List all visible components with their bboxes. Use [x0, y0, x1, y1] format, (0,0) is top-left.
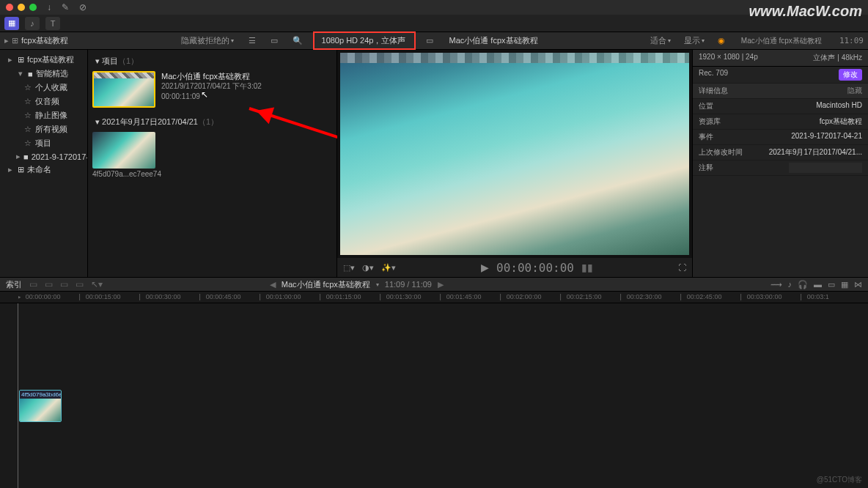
viewer-panel: ⬚▾ ◑▾ ✨▾ ▶ 00:00:00:00 ▮▮ ⛶: [337, 50, 692, 277]
zoom-fit-menu[interactable]: 适合 ▾: [646, 34, 675, 48]
window-titlebar: ↓ ✎ ⊘: [0, 0, 868, 15]
sidebar-item-smart[interactable]: ▾■ 智能精选: [0, 67, 87, 81]
keyword-icon[interactable]: ✎: [62, 2, 69, 12]
effects-browser-icon[interactable]: ▦: [841, 280, 848, 289]
color-tool-icon[interactable]: ◑▾: [362, 263, 374, 273]
close-window-button[interactable]: [6, 4, 13, 11]
append-clip-icon[interactable]: ▭: [60, 279, 68, 289]
timeline-position: 11:09 / 11:09: [385, 280, 432, 289]
media-thumbnail[interactable]: [92, 132, 155, 169]
sidebar-item-event[interactable]: ▸■ 2021-9-172017-04-...: [0, 150, 87, 163]
fullscreen-icon[interactable]: ⛶: [678, 263, 686, 272]
sidebar-item-library[interactable]: ▸⊞ fcpx基础教程: [0, 53, 87, 67]
viewer-canvas[interactable]: [340, 53, 689, 255]
cursor-icon: ↖: [201, 89, 208, 100]
project-duration: 11:09: [839, 36, 864, 45]
connect-clip-icon[interactable]: ▭: [29, 279, 37, 289]
insert-clip-icon[interactable]: ▭: [45, 279, 53, 289]
hide-rejected-menu[interactable]: 隐藏被拒绝的 ▾: [177, 34, 238, 48]
view-menu[interactable]: 显示 ▾: [680, 34, 709, 48]
skimming-icon[interactable]: ⟿: [770, 280, 782, 289]
project-clip[interactable]: Mac小伯通 fcpx基础教程 2021/9/172017/04/21 下午3:…: [92, 71, 332, 108]
browser-toolbar: ▸ ⊞ fcpx基础教程 隐藏被拒绝的 ▾ ☰ ▭ 🔍 1080p HD 24p…: [0, 32, 868, 50]
media-clip-name: 4f5d079a...ec7eee74: [92, 170, 155, 178]
minimize-window-button[interactable]: [18, 4, 25, 11]
watermark-footer: @51CTO博客: [817, 475, 862, 485]
inspector-details-header[interactable]: 详细信息 隐藏: [693, 84, 868, 99]
timeline-prev-icon[interactable]: ◀: [270, 280, 276, 289]
transform-tool-icon[interactable]: ⬚▾: [343, 263, 355, 273]
timeline-area[interactable]: 4f5d079a3bd6e1...: [0, 303, 868, 488]
import-icon[interactable]: ↓: [47, 2, 51, 12]
sidebar-item-all-video[interactable]: ☆ 所有视频: [0, 122, 87, 136]
maximize-window-button[interactable]: [29, 4, 37, 11]
browser-group-projects[interactable]: ▾ 项目（1）: [92, 54, 332, 68]
audio-skim-icon[interactable]: ♪: [788, 280, 792, 289]
library-sidebar: ▸⊞ fcpx基础教程 ▾■ 智能精选 ☆ 个人收藏 ☆ 仅音频 ☆ 静止图像 …: [0, 50, 88, 277]
search-icon[interactable]: 🔍: [288, 34, 307, 47]
timeline-next-icon[interactable]: ▶: [438, 280, 444, 289]
inspector-row-location: 位置Macintosh HD: [693, 99, 868, 114]
sidebar-item-favorites[interactable]: ☆ 个人收藏: [0, 81, 87, 95]
viewer-timecode: 00:00:00:00: [496, 261, 574, 275]
workspace-tabs: ▦ ♪ T: [0, 15, 868, 32]
sidebar-item-audio-only[interactable]: ☆ 仅音频: [0, 95, 87, 108]
timeline-view-icon[interactable]: ▭: [828, 280, 835, 289]
inspector-row-event: 事件2021-9-172017-04-21: [693, 130, 868, 145]
format-info-highlight: 1080p HD 24p，立体声: [313, 32, 416, 50]
timeline-toolbar: 索引 ▭ ▭ ▭ ▭ ↖▾ ◀ Mac小伯通 fcpx基础教程 ▾ 11:09 …: [0, 277, 868, 292]
watermark-text: www.MacW.com: [749, 3, 862, 20]
photos-tab[interactable]: ♪: [25, 17, 40, 30]
overwrite-clip-icon[interactable]: ▭: [76, 279, 84, 289]
sidebar-item-stills[interactable]: ☆ 静止图像: [0, 108, 87, 122]
notes-input[interactable]: [789, 163, 862, 173]
titles-tab[interactable]: T: [45, 17, 60, 30]
library-breadcrumb: ▸ ⊞ fcpx基础教程: [4, 35, 68, 46]
timeline-clip[interactable]: 4f5d079a3bd6e1...: [19, 390, 62, 422]
inspector-panel: 1920 × 1080 | 24p 立体声 | 48kHz Rec. 709 修…: [692, 50, 868, 277]
snap-icon[interactable]: ▬: [814, 280, 822, 289]
inspector-row-library: 资源库fcpx基础教程: [693, 114, 868, 130]
solo-icon[interactable]: 🎧: [798, 280, 808, 289]
inspector-toggle-icon[interactable]: ◉: [713, 34, 729, 47]
playhead[interactable]: [18, 303, 18, 488]
timeline-ruler[interactable]: ▸ 00:00:00:00 | 00:00:15:00 | 00:00:30:0…: [0, 292, 868, 303]
render-icon[interactable]: ⊘: [79, 2, 87, 12]
project-metadata: Mac小伯通 fcpx基础教程 2021/9/172017/04/21 下午3:…: [161, 71, 262, 102]
play-button[interactable]: ▶: [481, 262, 489, 273]
library-tab[interactable]: ▦: [4, 17, 19, 30]
modify-button[interactable]: 修改: [839, 69, 862, 81]
index-button[interactable]: 索引: [6, 279, 22, 290]
timeline-project-name: Mac小伯通 fcpx基础教程: [282, 279, 370, 290]
clip-browser: ▾ 项目（1） Mac小伯通 fcpx基础教程 2021/9/172017/04…: [88, 50, 337, 277]
timeline-clip-label: 4f5d079a3bd6e1...: [20, 391, 61, 399]
inspector-row-notes: 注释: [693, 160, 868, 176]
inspector-format-header: 1920 × 1080 | 24p 立体声 | 48kHz: [693, 50, 868, 67]
loop-button[interactable]: ▮▮: [581, 262, 593, 273]
transitions-browser-icon[interactable]: ⋈: [854, 280, 862, 289]
sidebar-item-untitled[interactable]: ▸⊞ 未命名: [0, 163, 87, 177]
project-thumbnail[interactable]: [92, 71, 155, 108]
select-tool-icon[interactable]: ↖▾: [91, 279, 103, 289]
enhance-tool-icon[interactable]: ✨▾: [381, 263, 396, 273]
inspector-project-name: Mac小伯通 fcpx基础教程: [741, 36, 822, 46]
viewer-toolbar: ⬚▾ ◑▾ ✨▾ ▶ 00:00:00:00 ▮▮ ⛶: [337, 258, 692, 277]
media-clip[interactable]: 4f5d079a...ec7eee74: [92, 132, 155, 178]
inspector-row-modified: 上次修改时间2021年9月17日2017/04/21...: [693, 145, 868, 160]
inspector-colorspace-row: Rec. 709 修改: [693, 67, 868, 84]
filmstrip-view-icon[interactable]: ▭: [266, 34, 282, 47]
viewer-layout-icon[interactable]: ▭: [422, 34, 438, 47]
viewer-project-name: Mac小伯通 fcpx基础教程: [449, 35, 538, 46]
grid-view-icon[interactable]: ☰: [244, 34, 260, 47]
sidebar-item-projects[interactable]: ☆ 项目: [0, 136, 87, 150]
